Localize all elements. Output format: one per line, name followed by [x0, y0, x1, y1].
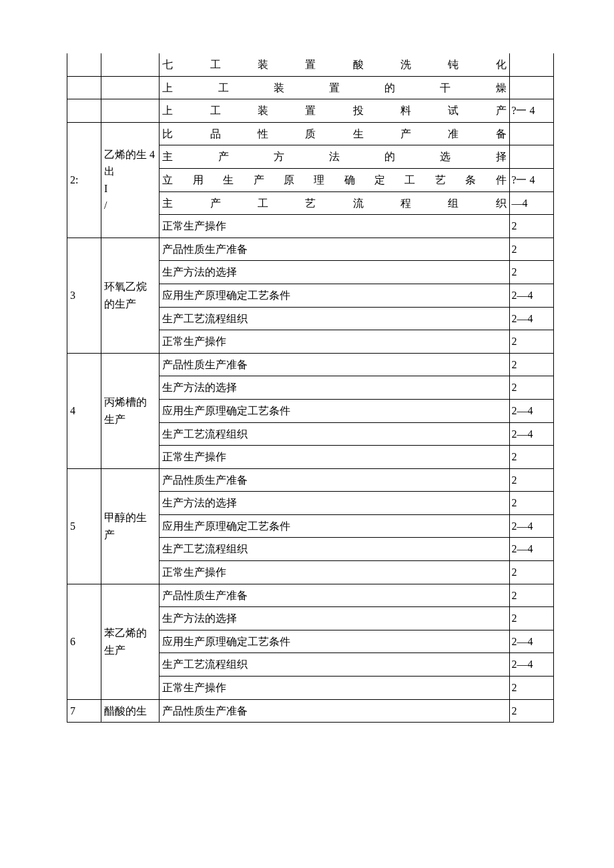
- section-name: [101, 53, 160, 76]
- table-row: 上工装置的干燥: [67, 76, 554, 99]
- content-cell: 比品性质生产准备: [160, 122, 510, 145]
- content-cell: 正常生产操作: [160, 561, 510, 584]
- section-number: [67, 76, 101, 99]
- hours-cell: 2: [510, 468, 554, 492]
- content-cell: 正常生产操作: [160, 446, 510, 469]
- hours-cell: 2: [510, 353, 554, 376]
- content-cell: 生产方法的选择: [160, 607, 510, 630]
- section-name: 乙烯的生 4 出 I /: [101, 122, 160, 238]
- hours-cell: 2—4: [510, 307, 554, 330]
- hours-cell: 2: [510, 677, 554, 700]
- section-number: [67, 53, 101, 76]
- hours-cell: [510, 76, 554, 99]
- content-cell: 生产工艺流程组织: [160, 422, 510, 446]
- content-cell: 应用生产原理确定工艺条件: [160, 399, 510, 422]
- hours-cell: 2: [510, 330, 554, 354]
- content-cell: 立用生产原理确定工艺条件: [160, 168, 510, 191]
- syllabus-table: 七工装置酸洗钝化上工装置的干燥上工装置投料试产?一 42:乙烯的生 4 出 I …: [67, 53, 554, 723]
- section-name: 环氧乙烷的生产: [101, 238, 160, 353]
- table-row: 七工装置酸洗钝化: [67, 53, 554, 76]
- section-number: 5: [67, 468, 101, 584]
- section-number: 3: [67, 238, 101, 353]
- section-number: [67, 99, 101, 123]
- section-name: 醋酸的生: [101, 699, 160, 723]
- table-row: 6苯乙烯的生产产品性质生产准备2: [67, 584, 554, 607]
- content-cell: 产品性质生产准备: [160, 584, 510, 607]
- hours-cell: 2: [510, 238, 554, 261]
- hours-cell: —4: [510, 191, 554, 215]
- hours-cell: 2—4: [510, 653, 554, 677]
- content-cell: 主产方法的选择: [160, 145, 510, 169]
- content-cell: 产品性质生产准备: [160, 468, 510, 492]
- hours-cell: 2—4: [510, 538, 554, 561]
- content-cell: 产品性质生产准备: [160, 699, 510, 723]
- content-cell: 正常生产操作: [160, 215, 510, 238]
- hours-cell: ?一 4: [510, 168, 554, 191]
- hours-cell: 2: [510, 561, 554, 584]
- hours-cell: 2: [510, 584, 554, 607]
- hours-cell: 2: [510, 607, 554, 630]
- content-cell: 上工装置投料试产: [160, 99, 510, 123]
- section-name: [101, 76, 160, 99]
- content-cell: 生产工艺流程组织: [160, 307, 510, 330]
- section-name: 苯乙烯的生产: [101, 584, 160, 699]
- section-name: 甲醇的生产: [101, 468, 160, 584]
- hours-cell: 2—4: [510, 399, 554, 422]
- content-cell: 应用生产原理确定工艺条件: [160, 514, 510, 538]
- hours-cell: 2—4: [510, 284, 554, 307]
- hours-cell: 2: [510, 492, 554, 515]
- hours-cell: 2—4: [510, 422, 554, 446]
- section-number: 7: [67, 699, 101, 723]
- hours-cell: 2: [510, 215, 554, 238]
- section-number: 2:: [67, 122, 101, 238]
- content-cell: 产品性质生产准备: [160, 353, 510, 376]
- hours-cell: ?一 4: [510, 99, 554, 123]
- hours-cell: 2: [510, 699, 554, 723]
- hours-cell: [510, 145, 554, 169]
- content-cell: 七工装置酸洗钝化: [160, 53, 510, 76]
- hours-cell: 2: [510, 261, 554, 284]
- content-cell: 生产方法的选择: [160, 261, 510, 284]
- content-cell: 正常生产操作: [160, 330, 510, 354]
- content-cell: 应用生产原理确定工艺条件: [160, 284, 510, 307]
- hours-cell: 2: [510, 376, 554, 400]
- content-cell: 生产工艺流程组织: [160, 653, 510, 677]
- hours-cell: [510, 53, 554, 76]
- section-name: [101, 99, 160, 123]
- section-number: 4: [67, 353, 101, 468]
- section-number: 6: [67, 584, 101, 699]
- table-row: 7醋酸的生产品性质生产准备2: [67, 699, 554, 723]
- hours-cell: [510, 122, 554, 145]
- hours-cell: 2—4: [510, 630, 554, 653]
- table-row: 上工装置投料试产?一 4: [67, 99, 554, 123]
- table-row: 5甲醇的生产产品性质生产准备2: [67, 468, 554, 492]
- content-cell: 正常生产操作: [160, 677, 510, 700]
- content-cell: 应用生产原理确定工艺条件: [160, 630, 510, 653]
- content-cell: 生产方法的选择: [160, 376, 510, 400]
- table-row: 2:乙烯的生 4 出 I /比品性质生产准备: [67, 122, 554, 145]
- content-cell: 上工装置的干燥: [160, 76, 510, 99]
- content-cell: 产品性质生产准备: [160, 238, 510, 261]
- table-row: 4丙烯槽的生产产品性质生产准备2: [67, 353, 554, 376]
- section-name: 丙烯槽的生产: [101, 353, 160, 468]
- content-cell: 生产工艺流程组织: [160, 538, 510, 561]
- content-cell: 主产工艺流程组织: [160, 191, 510, 215]
- hours-cell: 2—4: [510, 514, 554, 538]
- content-cell: 生产方法的选择: [160, 492, 510, 515]
- hours-cell: 2: [510, 446, 554, 469]
- table-row: 3环氧乙烷的生产产品性质生产准备2: [67, 238, 554, 261]
